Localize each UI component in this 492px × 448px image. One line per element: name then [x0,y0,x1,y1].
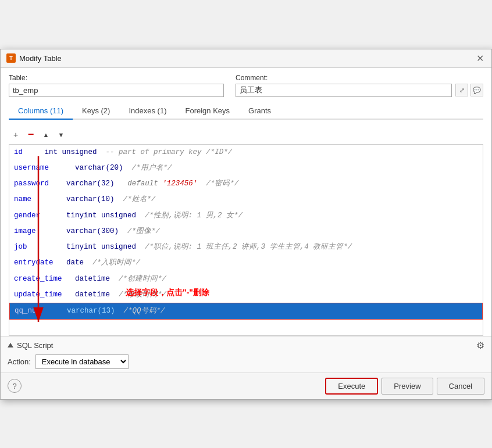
help-button[interactable]: ? [8,379,22,393]
table-row[interactable]: password varchar(32) default '123456' /*… [9,176,483,192]
table-row[interactable]: name varchar(10) /*姓名*/ [9,192,483,207]
comment-actions: ⤢ 💬 [455,84,483,96]
cancel-button[interactable]: Cancel [437,378,484,395]
app-icon: T [6,53,16,63]
tab-indexes[interactable]: Indexes (1) [119,103,176,120]
title-bar: T Modify Table ✕ [1,49,491,68]
add-column-button[interactable]: + [9,128,23,142]
form-fields-row: Table: Comment: ⤢ 💬 [9,74,483,97]
table-row[interactable]: entrydate date /*入职时间*/ [9,255,483,271]
move-up-button[interactable]: ▲ [39,128,53,142]
sql-section-header: SQL Script ⚙ [8,340,484,351]
table-field-group: Table: [9,74,224,97]
table-row[interactable]: username varchar(20) /*用户名*/ [9,160,483,176]
table-row[interactable]: id int unsigned -- part of primary key /… [9,145,483,160]
main-content: + − ▲ ▼ id int unsigned -- part of prima… [1,126,491,336]
comment-editor-button[interactable]: 💬 [470,84,483,96]
dialog-title: Modify Table [19,54,62,63]
table-row[interactable]: job tinyint unsigned /*职位,说明: 1 班主任,2 讲师… [9,239,483,255]
title-bar-left: T Modify Table [6,53,62,63]
execute-button[interactable]: Execute [325,378,378,395]
comment-label: Comment: [236,74,483,82]
table-row[interactable]: create_time datetime /*创建时间*/ [9,271,483,287]
sql-section: SQL Script ⚙ Action: Execute in database… [1,336,491,372]
expand-comment-button[interactable]: ⤢ [455,84,468,96]
table-name-input[interactable] [9,84,224,97]
table-row[interactable]: update_time datetime /*修改时间*/ 选择字段，点击"-"… [9,287,483,303]
sql-settings-button[interactable]: ⚙ [476,340,484,351]
comment-row: ⤢ 💬 [236,84,483,97]
columns-table: id int unsigned -- part of primary key /… [9,144,483,336]
dialog-body: Table: Comment: ⤢ 💬 Columns (11) Keys (2… [1,68,491,126]
table-label: Table: [9,74,224,82]
table-row[interactable]: qq_num varchar(13) /*QQ号码*/ [9,303,483,320]
annotation-text: 选择字段，点击"-"删除 [126,286,209,300]
tab-columns[interactable]: Columns (11) [9,103,73,120]
tabs-bar: Columns (11) Keys (2) Indexes (1) Foreig… [9,103,483,120]
tab-foreign-keys[interactable]: Foreign Keys [176,103,239,120]
table-row[interactable]: image varchar(300) /*图像*/ [9,224,483,239]
collapse-sql-button[interactable] [8,343,13,347]
sql-script-label: SQL Script [17,341,53,350]
close-button[interactable]: ✕ [474,52,486,64]
remove-column-button[interactable]: − [24,128,38,142]
comment-input[interactable] [236,84,452,97]
preview-button[interactable]: Preview [382,378,433,395]
bottom-bar: ? Execute Preview Cancel [1,372,491,399]
tab-keys[interactable]: Keys (2) [73,103,119,120]
action-label: Action: [8,357,31,366]
action-buttons: Execute Preview Cancel [325,378,484,395]
comment-field-group: Comment: ⤢ 💬 [236,74,483,97]
table-row[interactable]: gender tinyint unsigned /*性别,说明: 1 男,2 女… [9,208,483,224]
sql-action-row: Action: Execute in database Store to cli… [8,354,484,369]
sql-title: SQL Script [8,341,53,350]
move-down-button[interactable]: ▼ [54,128,68,142]
modify-table-dialog: T Modify Table ✕ Table: Comment: ⤢ 💬 [0,49,492,400]
columns-toolbar: + − ▲ ▼ [9,126,483,144]
tab-grants[interactable]: Grants [239,103,280,120]
action-select[interactable]: Execute in database Store to clipboard S… [35,354,129,369]
